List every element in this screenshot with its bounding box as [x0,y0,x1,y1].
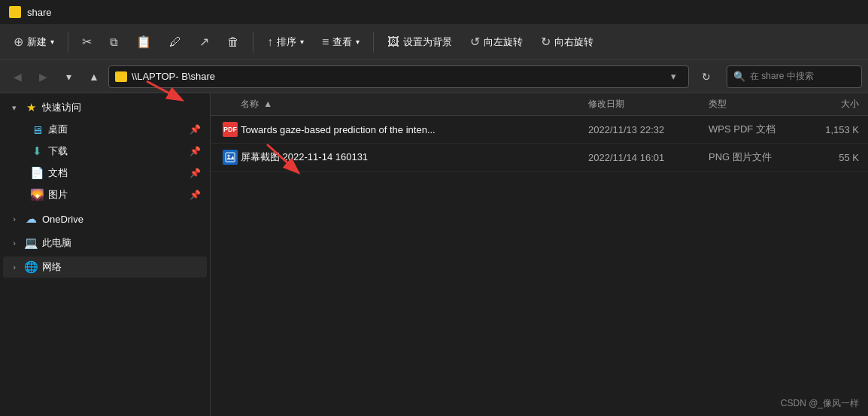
file-list-header: 名称 ▲ 修改日期 类型 大小 [211,93,868,116]
watermark: CSDN @_像风一样 [781,397,859,410]
sep1 [68,32,68,53]
cut-icon: ✂ [82,35,92,49]
file-size-1: 1,153 K [799,124,859,135]
rotate-right-button[interactable]: ↻ 向右旋转 [533,30,601,53]
toolbar: ⊕ 新建 ▾ ✂ ⧉ 📋 🖊 ↗ 🗑 ↑ 排序 ▾ ≡ 查 [0,24,868,60]
copy-icon: ⧉ [110,35,118,49]
sort-up-icon: ▲ [263,99,272,109]
sort-icon: ↑ [267,35,273,49]
col-header-date[interactable]: 修改日期 [588,98,709,111]
view-dropdown-icon: ▾ [356,38,360,46]
view-button[interactable]: ≡ 查看 ▾ [314,31,367,53]
share-button[interactable]: ↗ [192,30,217,53]
recent-button[interactable]: ▾ [57,65,80,88]
pictures-label: 图片 [48,188,185,202]
pin-icon2: 📌 [190,146,201,156]
svg-point-1 [228,155,230,157]
rename-button[interactable]: 🖊 [162,31,189,53]
desktop-label: 桌面 [48,123,185,136]
sidebar-section-network: › 🌐 网络 [0,257,210,278]
new-dropdown-icon: ▾ [50,38,54,46]
file-size-2: 55 K [799,152,859,163]
quick-access-label: 快速访问 [42,101,201,114]
sidebar-section-onedrive: › ☁ OneDrive [0,208,210,229]
desktop-folder-icon: 🖥 [30,123,44,136]
search-placeholder: 在 share 中搜索 [750,70,814,83]
network-label: 网络 [42,260,201,274]
setbg-icon: 🖼 [387,35,399,49]
title-bar-icon [9,6,21,18]
chevron-right-icon2: › [9,238,20,247]
file-name-1: Towards gaze-based prediction of the int… [241,124,588,135]
col-header-size[interactable]: 大小 [799,98,859,111]
address-bar-row: ◀ ▶ ▾ ▲ \\LAPTOP- B\share ▾ ↻ 🔍 在 share … [0,60,868,93]
view-icon: ≡ [322,35,329,49]
sidebar-item-desktop[interactable]: 🖥 桌面 📌 [3,119,207,140]
rotate-left-label: 向左旋转 [484,35,523,49]
sidebar-item-downloads[interactable]: ⬇ 下载 📌 [3,141,207,162]
forward-button[interactable]: ▶ [32,65,54,88]
star-icon: ★ [24,101,38,114]
share-icon: ↗ [199,35,209,49]
downloads-icon: ⬇ [30,144,44,158]
sidebar-section-this-pc: › 💻 此电脑 [0,232,210,254]
sep3 [373,32,374,53]
cut-button[interactable]: ✂ [74,30,99,53]
network-icon: 🌐 [24,260,38,274]
file-icon-pdf: PDF [220,122,241,137]
col-header-name[interactable]: 名称 ▲ [241,98,588,111]
sidebar-item-pictures[interactable]: 🌄 图片 📌 [3,184,207,205]
sidebar-item-onedrive[interactable]: › ☁ OneDrive [3,208,207,229]
onedrive-icon: ☁ [24,212,38,226]
this-pc-icon: 💻 [24,236,38,250]
file-list: 名称 ▲ 修改日期 类型 大小 PDF Towards gaze-based [211,93,868,416]
downloads-label: 下载 [48,144,185,158]
col-header-type[interactable]: 类型 [709,98,799,111]
file-row-2[interactable]: 屏幕截图 2022-11-14 160131 2022/11/14 16:01 … [211,144,868,172]
rotate-left-icon: ↺ [470,35,480,49]
address-bar[interactable]: \\LAPTOP- B\share ▾ [108,65,689,88]
chevron-down-icon: ▾ [9,103,20,113]
refresh-button[interactable]: ↻ [695,65,718,88]
title-bar-title: share [27,7,52,18]
file-row-1[interactable]: PDF Towards gaze-based prediction of the… [211,116,868,144]
sidebar-item-documents[interactable]: 📄 文档 📌 [3,162,207,184]
sidebar-item-this-pc[interactable]: › 💻 此电脑 [3,232,207,254]
back-button[interactable]: ◀ [6,65,29,88]
this-pc-label: 此电脑 [42,236,201,250]
sidebar-item-network[interactable]: › 🌐 网络 [3,257,207,278]
sep2 [253,32,253,53]
new-button[interactable]: ⊕ 新建 ▾ [6,30,62,53]
address-text: \\LAPTOP- B\share [132,71,660,82]
address-dropdown-button[interactable]: ▾ [664,68,682,86]
sort-label: 排序 [277,35,296,49]
file-name-2: 屏幕截图 2022-11-14 160131 [241,150,588,164]
file-type-1: WPS PDF 文档 [709,123,799,136]
documents-label: 文档 [48,166,185,180]
copy-button[interactable]: ⧉ [102,31,126,53]
search-icon: 🔍 [733,71,745,82]
pin-icon: 📌 [190,124,201,135]
delete-icon: 🗑 [227,35,239,49]
pdf-icon: PDF [223,122,238,137]
file-date-1: 2022/11/13 22:32 [588,124,709,135]
file-type-2: PNG 图片文件 [709,150,799,164]
rotate-left-button[interactable]: ↺ 向左旋转 [463,30,530,53]
sidebar-section-quick-access: ▾ ★ 快速访问 🖥 桌面 📌 ⬇ 下载 📌 📄 文档 📌 [0,97,210,205]
search-box[interactable]: 🔍 在 share 中搜索 [727,65,862,88]
pin-icon3: 📌 [190,168,201,178]
onedrive-label: OneDrive [42,214,201,225]
new-label: 新建 [27,35,47,49]
up-button[interactable]: ▲ [83,65,105,88]
sidebar-item-quick-access[interactable]: ▾ ★ 快速访问 [3,97,207,118]
paste-button[interactable]: 📋 [129,30,159,53]
file-icon-png [220,150,241,165]
sort-button[interactable]: ↑ 排序 ▾ [259,31,311,53]
sidebar: ▾ ★ 快速访问 🖥 桌面 📌 ⬇ 下载 📌 📄 文档 📌 [0,93,211,416]
delete-button[interactable]: 🗑 [220,31,247,53]
rename-icon: 🖊 [169,35,181,49]
sort-dropdown-icon: ▾ [300,38,304,46]
title-bar: share [0,0,868,24]
setbg-button[interactable]: 🖼 设置为背景 [380,31,460,53]
rotate-right-icon: ↻ [541,35,551,49]
